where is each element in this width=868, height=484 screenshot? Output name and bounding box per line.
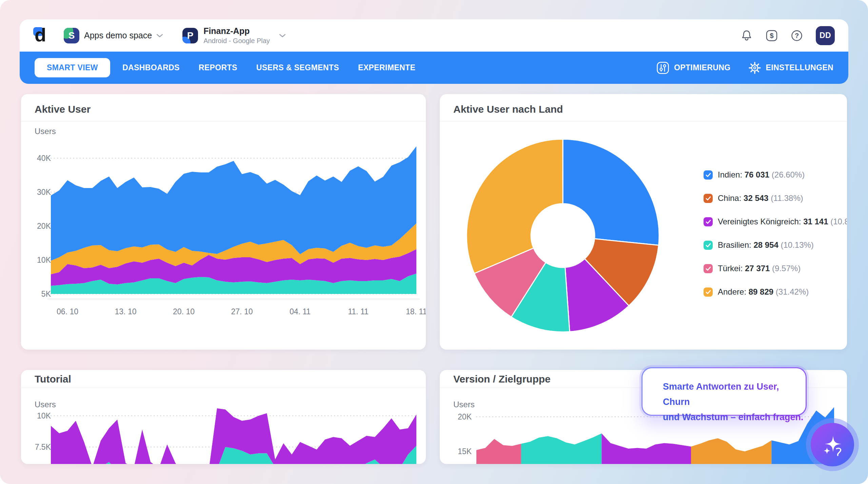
segment-teal[interactable] [521, 433, 601, 464]
segment-purple[interactable] [601, 433, 691, 464]
axis-tick-label: 04. 11 [283, 307, 317, 316]
segment-orange[interactable] [691, 438, 771, 464]
app-icon: P [182, 28, 198, 43]
svg-text:$: $ [770, 32, 773, 39]
app-subtitle: Android - Google Play [203, 37, 270, 45]
axis-tick-label: 20. 10 [167, 307, 201, 316]
app-window: d S Apps demo space P Finanz-App Android… [0, 0, 868, 484]
tab-users-segments[interactable]: USERS & SEGMENTS [256, 63, 339, 72]
svg-text:?: ? [795, 32, 799, 39]
chevron-down-icon [279, 33, 286, 38]
brand-logo-letter: d [35, 24, 46, 46]
tab-reports[interactable]: REPORTS [199, 63, 237, 72]
legend-checkbox[interactable] [704, 194, 713, 203]
tab-experimente[interactable]: EXPERIMENTE [358, 63, 415, 72]
optimierung-button[interactable]: OPTIMIERUNG [656, 61, 731, 74]
axis-tick-label: 7.5K [27, 443, 51, 452]
axis-tick-label: 15K [448, 447, 472, 456]
user-avatar[interactable]: DD [816, 26, 835, 45]
bell-icon [741, 30, 752, 42]
axis-tick-label: 20K [448, 412, 472, 422]
main-nav: SMART VIEW DASHBOARDS REPORTS USERS & SE… [20, 52, 848, 84]
country-legend-item[interactable]: Vereinigtes Königreich: 31 141 (10.89%) [704, 217, 847, 226]
donut-slice-andere[interactable] [467, 139, 563, 274]
segment-pink[interactable] [476, 439, 521, 464]
billing-button[interactable]: $ [766, 30, 778, 42]
sparkle-icon [820, 432, 845, 458]
assistant-tooltip-text: Smarte Antworten zu User, Churn und Wach… [663, 379, 806, 425]
axis-tick-label: 20K [27, 222, 51, 231]
axis-tick-label: 10K [27, 256, 51, 265]
country-legend-item[interactable]: Indien: 76 031 (26.60%) [704, 170, 847, 180]
axis-tick-label: 27. 10 [225, 307, 259, 316]
assistant-tooltip: Smarte Antworten zu User, Churn und Wach… [639, 365, 809, 418]
legend-checkbox[interactable] [704, 287, 713, 297]
axis-tick-label: 13. 10 [109, 307, 143, 316]
workspace-icon: S [64, 28, 79, 43]
help-button[interactable]: ? [791, 30, 803, 42]
donut-legend: Indien: 76 031 (26.60%)China: 32 543 (11… [704, 170, 847, 297]
sliders-icon [656, 61, 669, 74]
card-aktive-user: Aktive User Users 40K30K20K10K5K06. 1013… [21, 94, 426, 350]
axis-tick-label: 10K [27, 411, 51, 421]
country-legend-item[interactable]: China: 32 543 (11.38%) [704, 193, 847, 203]
legend-checkbox[interactable] [704, 217, 713, 226]
country-legend-item[interactable]: Brasilien: 28 954 (10.13%) [704, 240, 847, 250]
axis-tick-label: 40K [27, 154, 51, 163]
brand-logo[interactable]: d [33, 25, 51, 46]
tab-dashboards[interactable]: DASHBOARDS [122, 63, 180, 72]
app-title: Finanz-App [203, 26, 270, 36]
axis-tick-label: 5K [27, 290, 51, 299]
workspace-switcher[interactable]: S Apps demo space [64, 28, 163, 43]
card-tutorial: Tutorial Users 10K7.5K [21, 370, 426, 464]
ai-assistant-fab[interactable] [806, 418, 859, 471]
axis-tick-label: 11. 11 [341, 307, 375, 316]
legend-checkbox[interactable] [704, 170, 713, 180]
notifications-button[interactable] [741, 30, 753, 42]
chevron-down-icon [156, 33, 163, 38]
question-icon: ? [791, 30, 803, 42]
donut-slice-indien[interactable] [563, 139, 659, 245]
app-switcher[interactable]: P Finanz-App Android - Google Play [163, 26, 286, 45]
country-legend-item[interactable]: Andere: 89 829 (31.42%) [704, 287, 847, 297]
country-legend-item[interactable]: Türkei: 27 371 (9.57%) [704, 264, 847, 273]
tutorial-chart[interactable] [21, 370, 426, 464]
einstellungen-button[interactable]: EINSTELLUNGEN [748, 61, 833, 74]
axis-tick-label: 06. 10 [51, 307, 84, 316]
axis-tick-label: 30K [27, 188, 51, 197]
card-aktive-user-nach-land: Aktive User nach Land Indien: 76 031 (26… [440, 94, 847, 350]
dollar-icon: $ [766, 30, 778, 42]
tab-smart-view[interactable]: SMART VIEW [35, 58, 110, 77]
legend-checkbox[interactable] [704, 264, 713, 273]
gear-icon [748, 61, 761, 74]
axis-tick-label: 18. 11 [399, 307, 426, 316]
top-bar: d S Apps demo space P Finanz-App Android… [20, 19, 848, 52]
workspace-label: Apps demo space [84, 31, 152, 40]
legend-checkbox[interactable] [704, 241, 713, 250]
